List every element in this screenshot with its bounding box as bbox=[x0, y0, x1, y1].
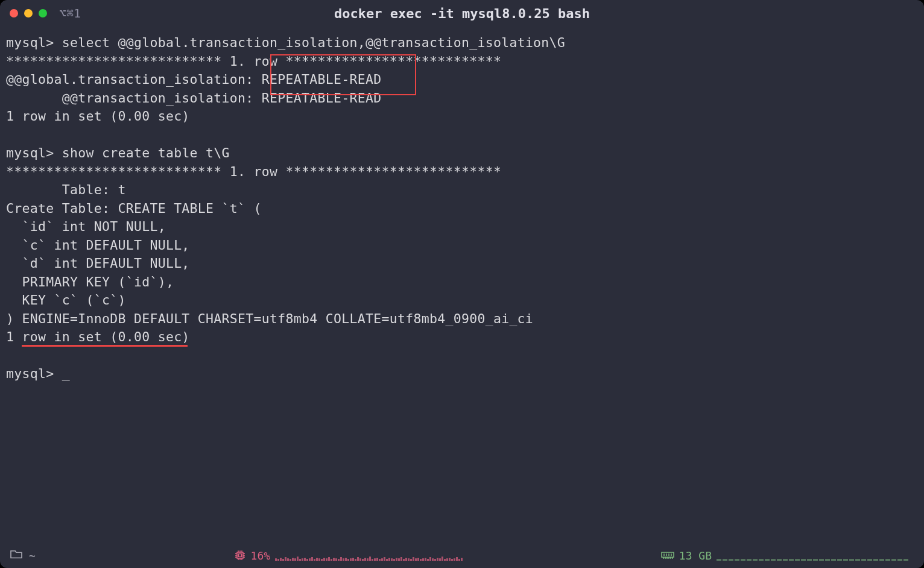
row-separator: *************************** 1. row *****… bbox=[6, 54, 501, 69]
prompt: mysql> bbox=[6, 35, 62, 50]
window-controls bbox=[10, 9, 47, 17]
memory-status: 13 GB bbox=[661, 549, 908, 562]
current-path: ~ bbox=[29, 549, 36, 562]
memory-graph bbox=[717, 550, 908, 561]
underline-annotation bbox=[22, 345, 188, 347]
result-footer: 1 row in set (0.00 sec) bbox=[6, 109, 190, 124]
terminal-window: ⌥⌘1 docker exec -it mysql8.0.25 bash mys… bbox=[0, 0, 924, 568]
row-separator: *************************** 1. row *****… bbox=[6, 164, 501, 179]
command-text: select @@global.transaction_isolation,@@… bbox=[62, 35, 565, 50]
column-def: `id` int NOT NULL, bbox=[6, 219, 166, 234]
maximize-button[interactable] bbox=[39, 9, 47, 17]
folder-icon bbox=[10, 549, 23, 562]
memory-value: 13 GB bbox=[679, 549, 712, 562]
cpu-status: 16% bbox=[234, 549, 463, 562]
result-value: REPEATABLE-READ bbox=[262, 72, 382, 87]
engine-line: ) ENGINE=InnoDB DEFAULT CHARSET=utf8mb4 … bbox=[6, 311, 533, 326]
tab-indicator: ⌥⌘1 bbox=[59, 6, 81, 21]
titlebar: ⌥⌘1 docker exec -it mysql8.0.25 bash bbox=[0, 0, 924, 27]
close-button[interactable] bbox=[10, 9, 18, 17]
svg-rect-1 bbox=[238, 554, 241, 557]
result-value: REPEATABLE-READ bbox=[262, 90, 382, 106]
primary-key-line: PRIMARY KEY (`id`), bbox=[6, 274, 174, 289]
cpu-sparkline bbox=[275, 550, 463, 561]
table-name-line: Table: t bbox=[6, 182, 126, 197]
window-title: docker exec -it mysql8.0.25 bash bbox=[334, 6, 590, 21]
cpu-icon bbox=[234, 549, 246, 561]
svg-rect-14 bbox=[662, 552, 674, 557]
result-footer: 1 row in set (0.00 sec) bbox=[6, 329, 190, 344]
prompt: mysql> bbox=[6, 366, 62, 381]
terminal-content[interactable]: mysql> select @@global.transaction_isola… bbox=[0, 27, 924, 543]
minimize-button[interactable] bbox=[24, 9, 33, 17]
prompt: mysql> bbox=[6, 145, 62, 160]
memory-icon bbox=[661, 551, 674, 560]
statusbar: ~ 16% bbox=[0, 543, 924, 568]
key-line: KEY `c` (`c`) bbox=[6, 292, 126, 308]
cursor: _ bbox=[62, 365, 70, 383]
column-def: `d` int DEFAULT NULL, bbox=[6, 256, 190, 271]
command-text: show create table t\G bbox=[62, 145, 230, 160]
column-def: `c` int DEFAULT NULL, bbox=[6, 238, 190, 253]
result-label: @@global.transaction_isolation: bbox=[6, 72, 262, 87]
result-label: @@transaction_isolation: bbox=[6, 90, 262, 106]
status-left: ~ bbox=[10, 549, 36, 562]
cpu-percent: 16% bbox=[251, 549, 271, 562]
svg-rect-0 bbox=[237, 552, 243, 558]
create-table-line: Create Table: CREATE TABLE `t` ( bbox=[6, 201, 262, 216]
